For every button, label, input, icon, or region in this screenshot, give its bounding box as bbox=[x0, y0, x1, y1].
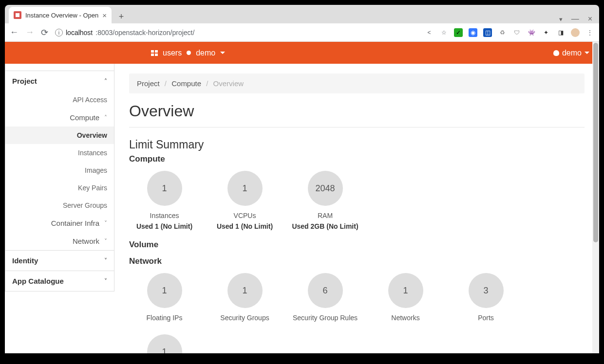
share-icon[interactable]: < bbox=[425, 28, 434, 37]
chevron-down-icon: ˅ bbox=[104, 278, 107, 285]
sidebar-item-server-groups[interactable]: Server Groups bbox=[5, 197, 114, 214]
sidebar-label: Compute bbox=[70, 113, 99, 122]
chevron-down-icon: ˅ bbox=[104, 238, 107, 245]
sidebar-group-network[interactable]: Network ˅ bbox=[5, 232, 114, 250]
window-controls: ▾ — × bbox=[559, 15, 599, 23]
breadcrumb-current: Overview bbox=[213, 79, 244, 88]
page-title: Overview bbox=[129, 102, 585, 120]
limit-circle: 1 bbox=[147, 334, 182, 353]
breadcrumb-compute[interactable]: Compute bbox=[171, 79, 201, 88]
caret-down-icon bbox=[585, 52, 589, 54]
browser-tab-strip: Instance Overview - Open × + ▾ — × bbox=[5, 5, 599, 23]
subsection-volume: Volume bbox=[129, 240, 585, 250]
sidebar-group-app-catalogue[interactable]: App Catalogue ˅ bbox=[5, 271, 114, 291]
limit-circle: 2048 bbox=[308, 171, 343, 206]
sidebar-group-project[interactable]: Project ˄ bbox=[5, 71, 114, 91]
limit-label: VCPUs bbox=[209, 212, 280, 219]
limit-circle: 1 bbox=[147, 273, 182, 308]
subsection-network: Network bbox=[129, 256, 585, 266]
limit-card: 1Floating IPs bbox=[129, 273, 200, 325]
chevron-down-icon: ˅ bbox=[104, 257, 107, 264]
profile-avatar[interactable] bbox=[571, 28, 580, 37]
limit-used: Used 1 (No Limit) bbox=[209, 222, 280, 230]
limit-label: Networks bbox=[370, 314, 441, 322]
limit-label: Ports bbox=[451, 314, 521, 322]
extensions-menu-icon[interactable]: ✦ bbox=[542, 28, 550, 37]
sidebar-group-compute[interactable]: Compute ˄ bbox=[5, 109, 114, 127]
limit-card: 1Networks bbox=[370, 273, 441, 325]
limit-card: 3Ports bbox=[451, 273, 521, 325]
sidebar-group-identity[interactable]: Identity ˅ bbox=[5, 251, 114, 271]
separator-dot-icon bbox=[187, 51, 191, 55]
limit-label: Security Groups bbox=[209, 314, 280, 322]
new-tab-button[interactable]: + bbox=[114, 10, 128, 23]
domain-icon bbox=[151, 50, 158, 56]
sidebar-group-container-infra[interactable]: Container Infra ˅ bbox=[5, 214, 114, 232]
extension-icon[interactable]: ✓ bbox=[454, 28, 463, 37]
sidebar: Project ˄ API Access Compute ˄ Overview … bbox=[5, 64, 114, 353]
back-button[interactable]: ← bbox=[10, 27, 19, 37]
user-menu[interactable]: demo bbox=[562, 49, 582, 57]
sidebar-item-overview[interactable]: Overview bbox=[5, 127, 114, 144]
main-content: Project / Compute / Overview Overview Li… bbox=[114, 64, 599, 353]
chevron-up-icon: ˄ bbox=[104, 78, 107, 85]
side-panel-icon[interactable]: ◨ bbox=[556, 28, 565, 37]
site-info-icon[interactable]: i bbox=[55, 29, 63, 36]
limit-circle: 1 bbox=[227, 171, 263, 206]
limit-card: 2048RAMUsed 2GB (No Limit) bbox=[290, 171, 360, 230]
limit-card: 6Security Group Rules bbox=[290, 273, 360, 325]
sidebar-label: Container Infra bbox=[51, 219, 99, 227]
limit-label: Security Group Rules bbox=[290, 314, 360, 322]
breadcrumb-project[interactable]: Project bbox=[137, 79, 160, 88]
caret-down-icon bbox=[220, 52, 225, 54]
sidebar-label: Identity bbox=[12, 256, 38, 265]
extension-icon[interactable]: ◉ bbox=[469, 28, 477, 37]
extension-icon[interactable]: ♻ bbox=[498, 28, 507, 37]
limit-used: Used 2GB (No Limit) bbox=[290, 222, 360, 230]
browser-tab[interactable]: Instance Overview - Open × bbox=[9, 7, 112, 23]
limit-circle: 1 bbox=[147, 171, 182, 206]
forward-button: → bbox=[25, 27, 34, 37]
limit-card: 1Routers bbox=[129, 334, 200, 353]
chevron-down-icon: ˅ bbox=[104, 220, 107, 227]
address-bar: ← → ⟳ i localhost:8003/openstack-horizon… bbox=[5, 23, 599, 42]
user-icon bbox=[553, 50, 559, 56]
sidebar-item-images[interactable]: Images bbox=[5, 162, 114, 179]
limit-circle: 1 bbox=[388, 273, 423, 308]
chevron-down-icon[interactable]: ▾ bbox=[559, 16, 563, 23]
scrollbar[interactable] bbox=[592, 42, 599, 353]
sidebar-item-instances[interactable]: Instances bbox=[5, 144, 114, 162]
menu-icon[interactable]: ⋮ bbox=[585, 28, 594, 37]
url-field[interactable]: i localhost:8003/openstack-horizon/proje… bbox=[55, 29, 418, 36]
limit-circle: 1 bbox=[227, 273, 263, 308]
reload-button[interactable]: ⟳ bbox=[41, 27, 48, 38]
top-nav-bar: users demo demo bbox=[5, 42, 599, 64]
url-path: :8003/openstack-horizon/project/ bbox=[95, 29, 194, 36]
domain-label: users bbox=[163, 49, 182, 57]
extension-icon[interactable]: 👾 bbox=[527, 28, 536, 37]
close-icon[interactable]: × bbox=[102, 11, 107, 19]
sidebar-label: App Catalogue bbox=[12, 277, 64, 285]
sidebar-item-key-pairs[interactable]: Key Pairs bbox=[5, 179, 114, 197]
sidebar-label: Network bbox=[73, 237, 99, 245]
limit-circle: 3 bbox=[469, 273, 504, 308]
sidebar-item-api-access[interactable]: API Access bbox=[5, 91, 114, 109]
sidebar-label: Project bbox=[12, 77, 37, 85]
close-window-icon[interactable]: × bbox=[588, 15, 592, 23]
url-host: localhost bbox=[66, 29, 93, 36]
limit-label: Floating IPs bbox=[129, 314, 200, 322]
scrollbar-thumb[interactable] bbox=[593, 43, 598, 242]
limit-label: RAM bbox=[290, 212, 360, 219]
limit-card: 1Security Groups bbox=[209, 273, 280, 325]
limit-circle: 6 bbox=[308, 273, 343, 308]
bookmark-icon[interactable]: ☆ bbox=[439, 28, 448, 37]
minimize-icon[interactable]: — bbox=[571, 15, 579, 23]
limit-card: 1InstancesUsed 1 (No Limit) bbox=[129, 171, 200, 230]
extension-icon[interactable]: ◫ bbox=[483, 28, 492, 37]
extension-icon[interactable]: 🛡 bbox=[512, 28, 521, 37]
breadcrumb: Project / Compute / Overview bbox=[129, 73, 585, 93]
project-selector[interactable]: demo bbox=[196, 49, 215, 57]
chevron-up-icon: ˄ bbox=[104, 114, 107, 121]
limit-label: Instances bbox=[129, 212, 200, 219]
limit-used: Used 1 (No Limit) bbox=[129, 222, 200, 230]
